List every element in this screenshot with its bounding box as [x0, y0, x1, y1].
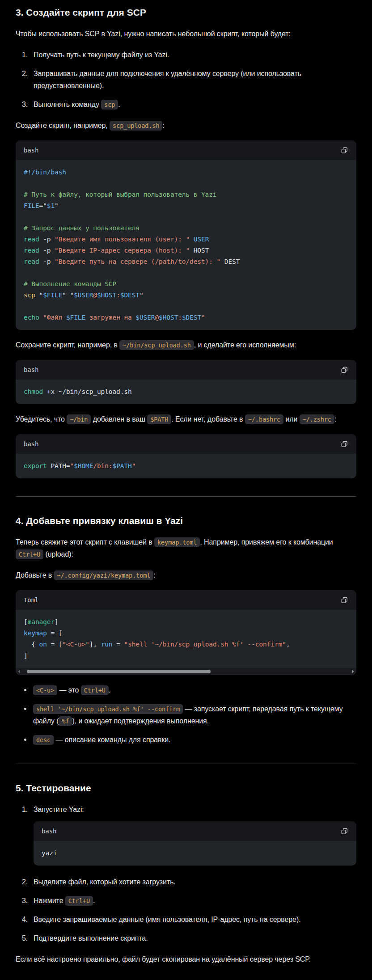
- code-token: USER: [194, 236, 209, 243]
- code-token: chmod: [24, 388, 43, 395]
- scrollbar-thumb[interactable]: [27, 670, 211, 673]
- inline-code: <C-u>: [33, 685, 57, 695]
- code-token: "Введите IP-адрес сервера (host): ": [55, 247, 190, 254]
- code-token: $1: [47, 202, 55, 209]
- inline-code: Ctrl+U: [65, 896, 93, 906]
- list-item-content: Запустите Yazi:bashyazi: [34, 803, 356, 869]
- horizontal-scrollbar[interactable]: [16, 668, 356, 675]
- paragraph: Чтобы использовать SCP в Yazi, нужно нап…: [16, 28, 356, 40]
- code-token: manager: [28, 618, 55, 625]
- code-line: [manager]: [24, 617, 348, 628]
- code-line: [24, 301, 348, 312]
- list-item-number: 2.: [22, 68, 34, 92]
- inline-code: Ctrl+U: [16, 549, 43, 559]
- inline-code: desc: [33, 735, 54, 745]
- copy-code-button[interactable]: [339, 595, 350, 605]
- code-line: # Выполнение команды SCP: [24, 279, 348, 290]
- code-token: DEST: [220, 258, 240, 265]
- text-run: Нажмите: [34, 897, 65, 904]
- code-block: toml[manager]keymap = [ { on = ["<C-u>"]…: [16, 590, 356, 675]
- scroll-right-arrow-icon[interactable]: [352, 670, 354, 673]
- code-token: ": [35, 291, 43, 299]
- code-token: $DEST: [120, 291, 140, 299]
- code-line: # Запрос данных у пользователя: [24, 223, 348, 234]
- text-run: — это: [57, 686, 81, 694]
- text-run: . Если нет, добавьте в: [171, 415, 245, 423]
- inline-code: keymap.toml: [154, 537, 200, 547]
- inline-code: $PATH: [147, 414, 171, 424]
- ordered-list: 1.Получать путь к текущему файлу из Yazi…: [16, 49, 356, 110]
- code-line: #!/bin/bash: [24, 167, 348, 178]
- code-token: scp: [24, 291, 35, 299]
- text-run: Запрашивать данные для подключения к уда…: [34, 70, 301, 89]
- section-heading: 5. Тестирование: [16, 782, 356, 794]
- list-item-number: 1.: [22, 49, 34, 61]
- code-token: ,: [286, 641, 290, 648]
- code-line: chmod +x ~/bin/scp_upload.sh: [24, 386, 348, 397]
- list-item-content: desc — описание команды для справки.: [33, 734, 356, 746]
- code-block: bashchmod +x ~/bin/scp_upload.sh: [16, 360, 356, 404]
- text-run: Выделите файл, который хотите загрузить.: [34, 878, 176, 886]
- copy-code-button[interactable]: [339, 439, 350, 449]
- code-line: yazi: [42, 848, 348, 859]
- text-run: Если всё настроено правильно, файл будет…: [16, 955, 311, 963]
- code-token: +x ~/bin/scp_upload.sh: [43, 388, 131, 395]
- code-language-label: bash: [42, 825, 56, 837]
- inline-code: scp: [101, 100, 118, 110]
- code-language-label: bash: [24, 364, 38, 376]
- list-item-number: 5.: [22, 932, 34, 944]
- scroll-left-arrow-icon[interactable]: [18, 670, 20, 673]
- code-line: read -p "Введите путь на сервере (/path/…: [24, 256, 348, 267]
- code-token: = [: [47, 641, 63, 648]
- paragraph: Теперь свяжите этот скрипт с клавишей в …: [16, 536, 356, 560]
- code-token: @: [93, 291, 97, 299]
- list-item: 3.Нажмите Ctrl+U.: [22, 895, 356, 907]
- bullet-icon: [24, 689, 26, 691]
- text-run: :: [162, 122, 164, 129]
- code-language-label: bash: [24, 438, 38, 450]
- code-token: ": [70, 462, 74, 469]
- code-language-label: toml: [24, 594, 38, 606]
- inline-code: ~/.bashrc: [245, 414, 283, 424]
- code-token: yazi: [42, 849, 57, 857]
- section-heading: 4. Добавьте привязку клавиш в Yazi: [16, 515, 356, 527]
- code-content: chmod +x ~/bin/scp_upload.sh: [16, 380, 356, 404]
- code-token: $DEST: [182, 314, 201, 321]
- paragraph: Убедитесь, что ~/bin добавлен в ваш $PAT…: [16, 413, 356, 425]
- list-item-content: Подтвердите выполнение скрипта.: [34, 932, 356, 944]
- code-token: read: [24, 258, 39, 265]
- list-item-content: Запрашивать данные для подключения к уда…: [34, 68, 356, 92]
- code-line: export PATH="$HOME/bin:$PATH": [24, 460, 348, 472]
- divider: [16, 764, 356, 764]
- code-token: "shell '~/bin/scp_upload.sh %f' --confir…: [124, 641, 286, 648]
- paragraph: Если всё настроено правильно, файл будет…: [16, 953, 356, 965]
- code-token: "<C-u>": [62, 641, 89, 648]
- copy-icon: [340, 366, 349, 374]
- code-content: [manager]keymap = [ { on = ["<C-u>"], ru…: [16, 610, 356, 668]
- inline-code: ~/bin/scp_upload.sh: [119, 340, 194, 350]
- list-item: desc — описание команды для справки.: [22, 734, 356, 746]
- list-item: 1.Запустите Yazi:bashyazi: [22, 803, 356, 869]
- inline-code: scp_upload.sh: [110, 121, 162, 131]
- list-item-number: 1.: [22, 803, 34, 869]
- list-item-content: <C-u> — это Ctrl+U.: [33, 684, 356, 696]
- text-run: Запустите Yazi:: [34, 806, 84, 813]
- code-token: read: [24, 236, 39, 243]
- list-item: 2.Выделите файл, который хотите загрузит…: [22, 876, 356, 888]
- text-run: ), и ожидает подтверждения выполнения.: [72, 717, 209, 725]
- copy-icon: [340, 827, 349, 836]
- code-line: ]: [24, 650, 348, 661]
- list-item: 4.Введите запрашиваемые данные (имя поль…: [22, 913, 356, 925]
- text-run: (upload):: [43, 550, 73, 558]
- list-item: 1.Получать путь к текущему файлу из Yazi…: [22, 49, 356, 61]
- code-token: -p: [39, 236, 55, 243]
- paragraph: Создайте скрипт, например, scp_upload.sh…: [16, 119, 356, 131]
- list-item-number: 3.: [22, 895, 34, 907]
- copy-code-button[interactable]: [339, 145, 350, 156]
- code-block-header: bash: [16, 140, 356, 160]
- list-item: shell '~/bin/scp_upload.sh %f' --confirm…: [22, 703, 356, 727]
- copy-code-button[interactable]: [339, 365, 350, 375]
- scrollbar-track[interactable]: [22, 669, 350, 674]
- code-token: $USER: [135, 314, 155, 321]
- copy-code-button[interactable]: [339, 826, 350, 836]
